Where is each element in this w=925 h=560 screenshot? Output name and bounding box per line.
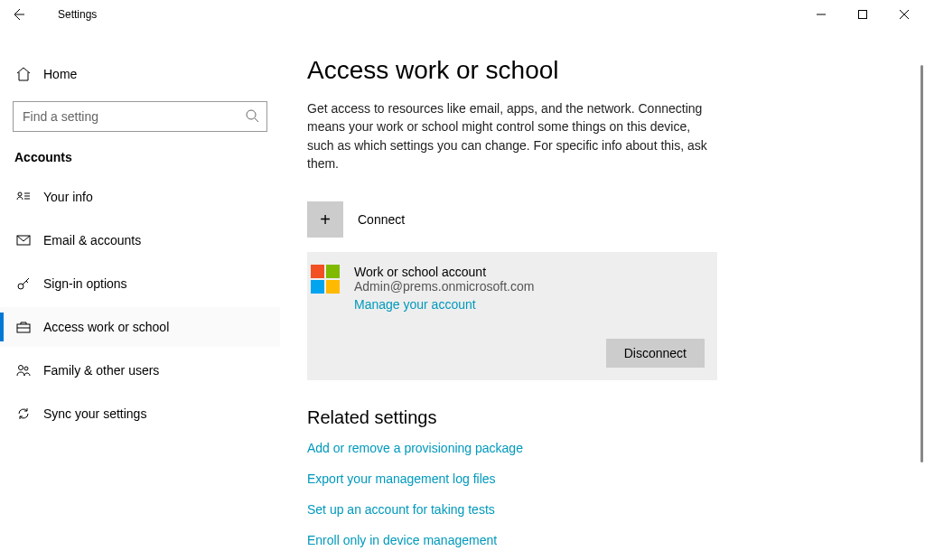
plus-icon: + <box>307 201 343 238</box>
home-label: Home <box>43 67 77 81</box>
sidebar-item-access-work-school[interactable]: Access work or school <box>0 307 280 347</box>
people-icon <box>14 362 33 378</box>
disconnect-button[interactable]: Disconnect <box>606 339 705 368</box>
svg-point-7 <box>24 367 28 370</box>
sidebar-item-your-info[interactable]: Your info <box>0 177 280 217</box>
sidebar-item-label: Your info <box>43 190 93 204</box>
home-icon <box>14 66 33 82</box>
microsoft-logo-icon <box>311 265 340 294</box>
svg-point-6 <box>19 366 23 370</box>
home-nav[interactable]: Home <box>0 56 280 92</box>
svg-rect-0 <box>859 11 867 19</box>
sidebar-item-sync-settings[interactable]: Sync your settings <box>0 394 280 434</box>
window-title: Settings <box>58 8 97 21</box>
close-icon <box>900 10 909 19</box>
sidebar-item-label: Family & other users <box>43 363 159 378</box>
search-icon <box>245 108 259 126</box>
manage-account-link[interactable]: Manage your account <box>354 297 534 312</box>
settings-window: Settings Home <box>0 0 925 560</box>
page-description: Get access to resources like email, apps… <box>307 99 714 173</box>
sidebar-item-label: Sign-in options <box>43 276 127 291</box>
arrow-left-icon <box>11 7 25 22</box>
search-input[interactable] <box>21 108 245 125</box>
sidebar-item-label: Sync your settings <box>43 406 146 421</box>
account-title: Work or school account <box>354 265 534 279</box>
connect-button[interactable]: + Connect <box>307 194 705 245</box>
sidebar-item-email-accounts[interactable]: Email & accounts <box>0 220 280 260</box>
related-settings: Related settings Add or remove a provisi… <box>307 407 898 547</box>
account-email: Admin@prems.onmicrosoft.com <box>354 279 534 294</box>
mail-icon <box>14 232 33 248</box>
minimize-button[interactable] <box>800 0 842 29</box>
related-link-device-management[interactable]: Enroll only in device management <box>307 533 898 547</box>
person-card-icon <box>14 189 33 205</box>
related-link-provisioning[interactable]: Add or remove a provisioning package <box>307 441 898 455</box>
sidebar-item-family-other-users[interactable]: Family & other users <box>0 350 280 390</box>
page-heading: Access work or school <box>307 56 898 85</box>
related-link-export-logs[interactable]: Export your management log files <box>307 471 898 486</box>
maximize-button[interactable] <box>842 0 883 29</box>
svg-point-1 <box>247 110 256 119</box>
sidebar-section-title: Accounts <box>0 146 280 177</box>
key-icon <box>14 275 33 292</box>
sync-icon <box>14 406 33 422</box>
search-box[interactable] <box>13 101 267 132</box>
svg-point-2 <box>18 192 22 196</box>
connect-label: Connect <box>358 212 405 227</box>
titlebar: Settings <box>0 0 925 29</box>
main-content: Access work or school Get access to reso… <box>280 29 925 560</box>
sidebar-item-label: Email & accounts <box>43 233 141 247</box>
related-heading: Related settings <box>307 407 898 428</box>
sidebar: Home Accounts Your info <box>0 29 280 560</box>
scrollbar[interactable] <box>920 65 923 462</box>
account-card[interactable]: Work or school account Admin@prems.onmic… <box>307 252 717 380</box>
minimize-icon <box>817 10 826 19</box>
maximize-icon <box>858 10 867 19</box>
related-link-test-account[interactable]: Set up an account for taking tests <box>307 502 898 517</box>
sidebar-item-label: Access work or school <box>43 320 169 334</box>
briefcase-icon <box>14 319 33 335</box>
close-button[interactable] <box>883 0 925 29</box>
window-body: Home Accounts Your info <box>0 29 925 560</box>
sidebar-item-sign-in-options[interactable]: Sign-in options <box>0 264 280 303</box>
back-button[interactable] <box>0 0 36 29</box>
